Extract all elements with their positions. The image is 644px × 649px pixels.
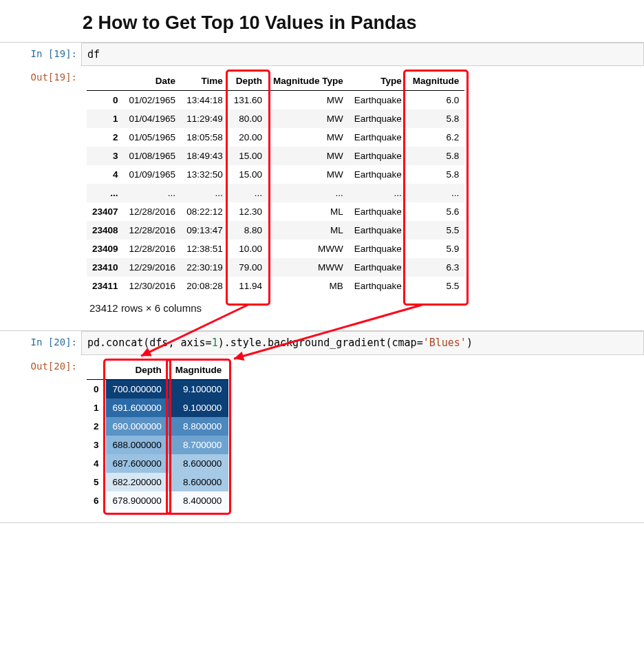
cell-magnitude: 8.800000 [169,417,229,436]
cell: 09:13:47 [181,221,228,240]
table-header-row: Depth Magnitude [87,361,228,380]
cell-depth: 691.600000 [106,398,169,417]
col-magtype: Magnitude Type [268,72,349,91]
row-index: 23407 [87,202,124,221]
cell: 01/04/1965 [124,109,182,128]
row-index: 2 [87,417,106,436]
cell: 08:22:12 [181,202,228,221]
table-row: 2340712/28/201608:22:1212.30MLEarthquake… [87,202,464,221]
table-row: 2340912/28/201612:38:5110.00MWWEarthquak… [87,240,464,258]
cell-20: In [20]: pd.concat(dfs, axis=1).style.ba… [0,330,644,525]
cell: MWW [268,240,349,258]
table-row: 2341112/30/201620:08:2811.94MBEarthquake… [87,277,464,295]
out-prompt: Out[19]: [0,66,81,85]
cell: 12/28/2016 [124,240,182,258]
cell: MB [268,277,349,295]
cell: Earthquake [349,91,407,110]
table-row: 6678.9000008.400000 [87,491,228,510]
cell: Earthquake [349,258,407,277]
dataframe-table: Date Time Depth Magnitude Type Type Magn… [87,72,464,295]
cell: 6.3 [407,258,465,277]
cell: 12.30 [228,202,268,221]
row-index: 3 [87,147,124,165]
table-row: 2340812/28/201609:13:478.80MLEarthquake5… [87,221,464,240]
cell: 79.00 [228,258,268,277]
cell: 5.9 [407,240,465,258]
row-index: 1 [87,109,124,128]
cell: 10.00 [228,240,268,258]
cell: ML [268,221,349,240]
cell: 13:32:50 [181,165,228,184]
col-type: Type [349,72,407,91]
cell: 22:30:19 [181,258,228,277]
cell: 6.0 [407,91,465,110]
cell: 5.5 [407,277,465,295]
notebook-page: 2 How to Get Top 10 Values in Pandas In … [0,12,644,526]
cell: ML [268,202,349,221]
code-input[interactable]: pd.concat(dfs, axis=1).style.background_… [81,331,644,354]
row-index: 6 [87,491,106,510]
code-number: 1 [212,337,218,349]
cell: 01/02/1965 [124,91,182,110]
row-index: 4 [87,165,124,184]
cell-depth: 687.600000 [106,454,169,473]
table-row: 5682.2000008.600000 [87,473,228,491]
cell: 11.94 [228,277,268,295]
table-header-row: Date Time Depth Magnitude Type Type Magn… [87,72,464,91]
row-index: 3 [87,436,106,454]
table-row: 401/09/196513:32:5015.00MWEarthquake5.8 [87,165,464,184]
table-row: 2341012/29/201622:30:1979.00MWWEarthquak… [87,258,464,277]
cell: 12/30/2016 [124,277,182,295]
cell: ... [228,184,268,202]
cell: ... [407,184,465,202]
cell: MW [268,165,349,184]
cell: 01/08/1965 [124,147,182,165]
code-seg: ).style.background_gradient(cmap= [218,337,423,349]
cell-magnitude: 8.700000 [169,436,229,454]
cell: 01/05/1965 [124,128,182,147]
row-index: 23409 [87,240,124,258]
cell-depth: 690.000000 [106,417,169,436]
cell: 80.00 [228,109,268,128]
cell: Earthquake [349,240,407,258]
cell-magnitude: 9.100000 [169,379,229,398]
col-magnitude: Magnitude [169,361,229,380]
cell: 12:38:51 [181,240,228,258]
cell: 20:08:28 [181,277,228,295]
cell: Earthquake [349,221,407,240]
col-magnitude: Magnitude [407,72,465,91]
cell-19: In [19]: df Out[19]: Date Time Depth Mag… [0,42,644,330]
cell-magnitude: 8.400000 [169,491,229,510]
row-index: 23410 [87,258,124,277]
cell: Earthquake [349,277,407,295]
cell: ... [181,184,228,202]
table-row: 101/04/196511:29:4980.00MWEarthquake5.8 [87,109,464,128]
cell: 5.8 [407,109,465,128]
in-prompt: In [19]: [0,43,81,62]
cell: 18:05:58 [181,128,228,147]
cell: Earthquake [349,109,407,128]
styled-table: Depth Magnitude 0700.0000009.1000001691.… [87,361,228,510]
code-input[interactable]: df [81,43,644,66]
table-row: 1691.6000009.100000 [87,398,228,417]
cell: 12/29/2016 [124,258,182,277]
row-index: 0 [87,91,124,110]
cell-depth: 700.000000 [106,379,169,398]
cell: 15.00 [228,147,268,165]
cell: MW [268,147,349,165]
cell: Earthquake [349,165,407,184]
cell: Earthquake [349,147,407,165]
cell: 5.8 [407,165,465,184]
row-index: 23408 [87,221,124,240]
code-seg: pd.concat(dfs, axis= [87,337,212,349]
code-text: df [87,48,100,61]
cell: ... [349,184,407,202]
table-row: 3688.0000008.700000 [87,436,228,454]
row-index: 2 [87,128,124,147]
cell: 12/28/2016 [124,202,182,221]
cell: MWW [268,258,349,277]
cell: 131.60 [228,91,268,110]
cell: ... [268,184,349,202]
cell: 20.00 [228,128,268,147]
table-row: ..................... [87,184,464,202]
